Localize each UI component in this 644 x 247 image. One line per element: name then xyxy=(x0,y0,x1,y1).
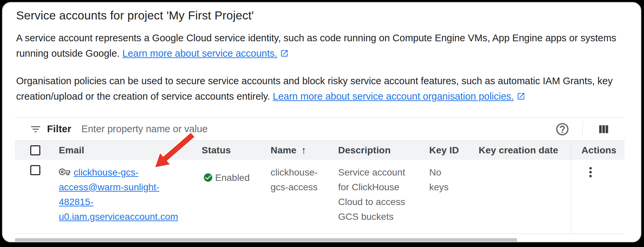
service-accounts-table: Filter Email Status Name↑ Description Ke… xyxy=(15,117,625,234)
key-id-cell: Nokeys xyxy=(429,160,479,195)
column-header-name[interactable]: Name↑ xyxy=(271,145,338,156)
column-header-email[interactable]: Email xyxy=(59,145,202,156)
status-text: Enabled xyxy=(215,165,250,185)
org-policy-paragraph: Organisation policies can be used to sec… xyxy=(16,73,620,104)
name-cell: clickhouse-gcs-access xyxy=(271,160,338,195)
service-account-email-link[interactable]: clickhouse-gcs-access@warm-sunlight-4828… xyxy=(59,167,178,222)
table-header-row: Email Status Name↑ Description Key ID Ke… xyxy=(15,140,625,160)
column-header-description[interactable]: Description xyxy=(338,145,429,156)
service-account-key-icon xyxy=(59,166,70,178)
column-header-actions: Actions xyxy=(571,141,625,160)
email-cell: clickhouse-gcs-access@warm-sunlight-4828… xyxy=(59,160,202,224)
column-header-key-creation-date[interactable]: Key creation date xyxy=(479,145,571,156)
column-header-status[interactable]: Status xyxy=(202,145,271,156)
column-display-options-icon[interactable] xyxy=(597,122,610,136)
more-actions-kebab-icon[interactable] xyxy=(584,164,597,180)
service-accounts-panel: Service accounts for project 'My First P… xyxy=(2,2,641,242)
filter-label: Filter xyxy=(47,124,71,135)
horizontal-scrollbar-thumb[interactable] xyxy=(15,238,517,242)
actions-cell xyxy=(571,160,625,234)
enabled-check-icon xyxy=(203,172,213,183)
open-in-new-icon xyxy=(280,49,289,58)
open-in-new-icon xyxy=(517,92,525,101)
learn-more-org-policies-link[interactable]: Learn more about service account organis… xyxy=(273,91,525,102)
intro-text: A service account represents a Google Cl… xyxy=(16,33,616,59)
select-all-checkbox[interactable] xyxy=(30,145,40,155)
page-title: Service accounts for project 'My First P… xyxy=(16,9,627,22)
key-creation-date-cell xyxy=(479,160,571,165)
description-cell: Service accountfor ClickHouseCloud to ac… xyxy=(338,160,429,224)
learn-more-service-accounts-link[interactable]: Learn more about service accounts. xyxy=(122,48,289,59)
filter-icon xyxy=(30,123,42,135)
sort-ascending-icon: ↑ xyxy=(301,145,306,156)
filter-toolbar: Filter xyxy=(15,117,625,140)
intro-paragraph: A service account represents a Google Cl… xyxy=(16,30,620,61)
toolbar-divider xyxy=(582,121,583,137)
row-checkbox[interactable] xyxy=(30,165,40,175)
column-header-key-id[interactable]: Key ID xyxy=(429,145,479,156)
filter-input[interactable] xyxy=(81,124,555,135)
help-icon[interactable] xyxy=(555,122,570,137)
status-cell: Enabled xyxy=(202,160,271,185)
table-row: clickhouse-gcs-access@warm-sunlight-4828… xyxy=(15,160,625,234)
